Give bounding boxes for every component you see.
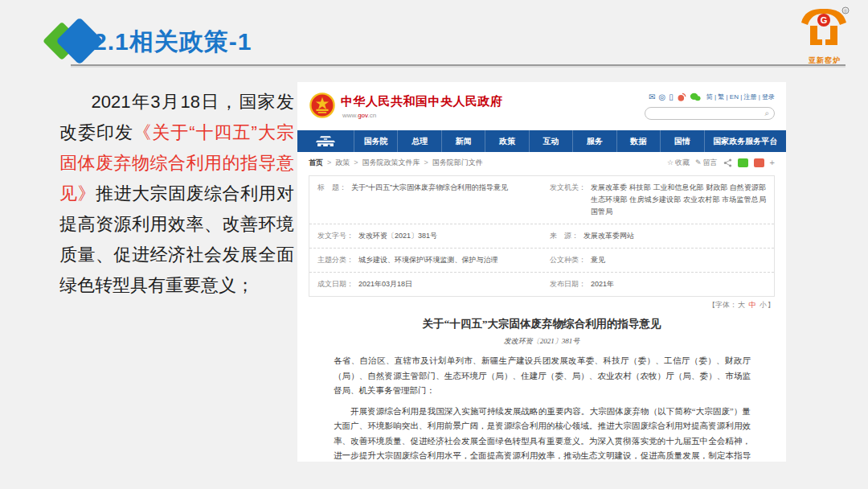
gov-site-name: 中华人民共和国中央人民政府 [341,94,503,109]
more-share-button[interactable]: + [770,158,775,167]
font-selector-prefix: 【字体： [708,301,737,309]
cell-value: 意见 [591,254,766,266]
mobile-icon[interactable]: ▯ [669,93,674,101]
yaxin-logo: G ® 亚新窑炉 [796,6,854,63]
cell-value: 发展改革委 科技部 工业和信息化部 财政部 自然资源部 生态环境部 住房城乡建设… [591,182,766,218]
table-cell-topic-category: 主题分类： 城乡建设、环境保护\环境监测、保护与治理 [309,249,542,272]
font-size-medium-button[interactable]: 中 [748,301,755,309]
mail-icon[interactable]: ✉ [649,93,655,101]
nav-item-data[interactable]: 数据 [616,130,660,152]
feedback-button[interactable]: ✎留言 [695,158,718,168]
accessibility-icon[interactable]: ◎ [659,93,666,101]
nav-item-policy[interactable]: 政策 [485,130,528,152]
feedback-label: 留言 [703,158,718,168]
document-body: 各省、自治区、直辖市及计划单列市、新疆生产建设兵团发展改革委、科技厅（委）、工信… [334,354,751,462]
cell-value: 发展改革委网站 [583,230,766,242]
registered-mark: ® [844,9,848,14]
search-input[interactable] [650,109,764,118]
nav-item-news[interactable]: 新闻 [441,130,485,152]
weibo-share-icon[interactable] [754,158,764,167]
gov-site-url: www.gov.cn [342,112,376,119]
cell-label: 来 源： [550,230,579,242]
nav-item-interact[interactable]: 互动 [529,130,572,152]
cell-value: 发改环资〔2021〕381号 [358,230,534,242]
star-icon: ☆ [667,158,674,166]
font-size-small-button[interactable]: 小 [760,301,767,309]
cell-label: 发文字号： [317,230,354,242]
banner-icon-row: ✉ ◎ ▯ 简 | 繁 | EN | 注册 | 登录 [649,92,775,101]
wechat-icon[interactable] [690,92,701,101]
font-selector-suffix: 】 [768,301,775,309]
nav-home-tiananmen-icon[interactable] [297,130,354,152]
nav-item-gov-service-platform[interactable]: 国家政务服务平台 [704,130,787,152]
title-underline [71,64,845,66]
table-cell-title: 标 题： 关于“十四五”大宗固体废弃物综合利用的指导意见 [309,176,542,224]
cell-value: 2021年 [591,278,766,290]
document-paragraph-intro: 开展资源综合利用是我国深入实施可持续发展战略的重要内容。大宗固体废弃物（以下简称… [334,405,751,462]
cell-label: 标 题： [317,182,346,218]
favorite-button[interactable]: ☆收藏 [667,158,690,168]
breadcrumb-row: 首页 > 政策 > 国务院政策文件库 > 国务院部门文件 ☆收藏 ✎留言 + [309,156,775,169]
document-paragraph-recipients: 各省、自治区、直辖市及计划单列市、新疆生产建设兵团发展改革委、科技厅（委）、工信… [334,354,751,399]
svg-text:G: G [821,15,828,25]
cell-value: 关于“十四五”大宗固体废弃物综合利用的指导意见 [351,182,534,218]
favorite-label: 收藏 [675,158,690,168]
doc-toolbar: ☆收藏 ✎留言 + [667,158,775,168]
cell-label: 发布日期： [550,278,586,290]
breadcrumb-home[interactable]: 首页 [309,158,323,168]
weibo-icon[interactable] [677,92,686,101]
nav-item-state-council[interactable]: 国务院 [354,130,397,152]
table-row: 主题分类： 城乡建设、环境保护\环境监测、保护与治理 公文种类： 意见 [309,249,774,273]
url-gov: gov [358,112,367,119]
search-icon[interactable]: ⌕ [764,109,769,117]
nav-item-premier[interactable]: 总理 [397,130,440,152]
kiln-icon: G ® [799,6,850,51]
breadcrumb-separator: > [354,158,358,166]
pencil-icon: ✎ [695,158,702,166]
cell-label: 主题分类： [317,254,354,266]
breadcrumb-department-docs[interactable]: 国务院部门文件 [432,158,483,168]
document-info-table: 标 题： 关于“十四五”大宗固体废弃物综合利用的指导意见 发文机关： 发展改革委… [309,175,775,297]
title-diamond-icon [32,18,96,64]
share-icon[interactable] [723,158,732,167]
presentation-slide: 2.1相关政策-1 G ® 亚新窑炉 2021年3月18日，国家发改委印发《关于… [0,0,868,489]
table-cell-written-date: 成文日期： 2021年03月18日 [309,273,542,296]
table-cell-source: 来 源： 发展改革委网站 [542,224,774,248]
nav-item-national-conditions[interactable]: 国情 [660,130,703,152]
cell-label: 发文机关： [550,182,586,218]
font-size-selector: 【字体：大 中 小】 [708,300,775,310]
lang-links[interactable]: 简 | 繁 | EN | 注册 | 登录 [706,92,775,101]
breadcrumb-policy-library[interactable]: 国务院政策文件库 [362,158,420,168]
table-row: 成文日期： 2021年03月18日 发布日期： 2021年 [309,273,774,296]
document-title: 关于“十四五”大宗固体废弃物综合利用的指导意见 [313,317,770,331]
font-size-large-button[interactable]: 大 [738,301,745,309]
breadcrumb: 首页 > 政策 > 国务院政策文件库 > 国务院部门文件 [309,158,483,168]
nav-item-services[interactable]: 服务 [572,130,616,152]
page-title: 2.1相关政策-1 [93,26,252,59]
breadcrumb-separator: > [424,158,428,166]
table-cell-doc-type: 公文种类： 意见 [542,249,774,272]
breadcrumb-separator: > [327,158,331,166]
wechat-share-icon[interactable] [738,158,748,167]
national-emblem-icon [309,92,335,118]
table-cell-doc-number: 发文字号： 发改环资〔2021〕381号 [309,224,542,248]
cell-value: 城乡建设、环境保护\环境监测、保护与治理 [358,254,534,266]
cell-label: 成文日期： [317,278,354,290]
cell-value: 2021年03月18日 [358,278,534,290]
gov-nav-bar: 国务院 总理 新闻 政策 互动 服务 数据 国情 国家政务服务平台 [297,130,786,152]
table-cell-publish-date: 发布日期： 2021年 [542,273,774,296]
table-row: 发文字号： 发改环资〔2021〕381号 来 源： 发展改革委网站 [309,224,774,249]
gov-banner: 中华人民共和国中央人民政府 www.gov.cn ✉ ◎ ▯ 简 | 繁 | E… [297,82,786,130]
intro-paragraph: 2021年3月18日，国家发改委印发《关于“十四五”大宗固体废弃物综合利用的指导… [59,87,294,301]
breadcrumb-policy[interactable]: 政策 [335,158,350,168]
document-number: 发改环资〔2021〕381号 [297,336,786,347]
logo-text: 亚新窑炉 [796,55,854,66]
search-box[interactable]: ⌕ [645,107,775,120]
url-pre: www. [342,112,358,119]
url-post: .cn [367,112,376,119]
gov-website-screenshot: 中华人民共和国中央人民政府 www.gov.cn ✉ ◎ ▯ 简 | 繁 | E… [297,82,786,462]
cell-label: 公文种类： [550,254,586,266]
table-cell-issuing-agency: 发文机关： 发展改革委 科技部 工业和信息化部 财政部 自然资源部 生态环境部 … [542,176,774,224]
table-row: 标 题： 关于“十四五”大宗固体废弃物综合利用的指导意见 发文机关： 发展改革委… [309,176,774,224]
